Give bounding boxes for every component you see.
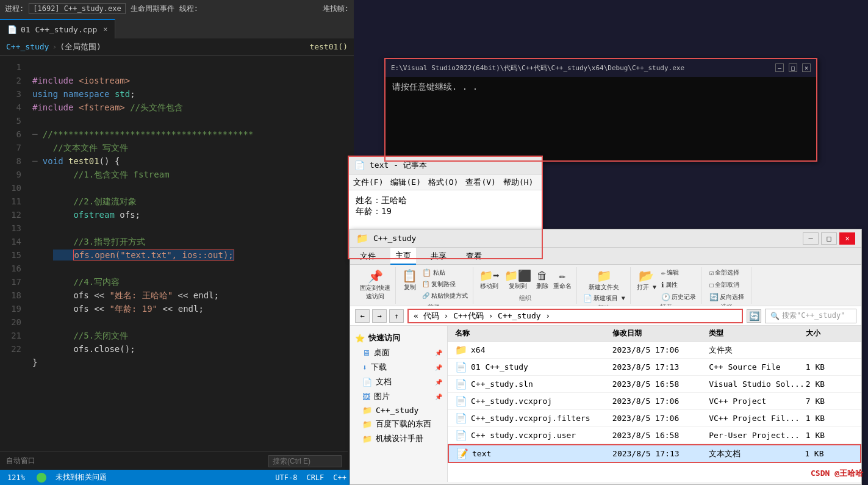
breadcrumb: C++_study › (全局范围) test01()	[0, 38, 354, 56]
file-type-x64: 文件夹	[709, 345, 806, 356]
file-size-01cpp: 1 KB	[806, 362, 854, 372]
sidebar-item-quickaccess[interactable]: ⭐ 快速访问	[350, 331, 447, 345]
cmd-minimize[interactable]: —	[775, 63, 784, 72]
documents-icon: 📄	[362, 378, 372, 387]
toolbar-paste-btn[interactable]: 📋粘贴	[421, 267, 469, 278]
toolbar-cut-btn[interactable]: ✂剪切	[421, 302, 469, 307]
code-area[interactable]: #include <iostream> using namespace std;…	[27, 56, 354, 470]
explorer-body: ⭐ 快速访问 🖥 桌面 📌 ⬇ 下载 📌 📄 文档 📌 🖼 图片 �	[350, 326, 861, 482]
notepad-menu-view[interactable]: 查看(V)	[465, 177, 495, 188]
toolbar-newfolder-btn[interactable]: 📁新建文件夹	[587, 267, 620, 293]
toolbar-selectall-btn[interactable]: ☑全部选择	[708, 267, 745, 278]
file-row-vcxproj[interactable]: 📄 C++_study.vcxproj 2023/8/5 17:06 VC++ …	[448, 393, 861, 410]
callstack-label: 堆找帧:	[323, 4, 349, 14]
sidebar-item-cppstudy[interactable]: 📁 C++_study	[350, 404, 447, 417]
sidebar-item-mechanical[interactable]: 📁 机械设计手册	[350, 431, 447, 446]
breadcrumb-sep1: ›	[52, 42, 57, 51]
ribbon-tab-file[interactable]: 文件	[355, 248, 381, 264]
toolbar-copypath-btn[interactable]: 📋复制路径	[421, 279, 469, 290]
notepad-menu-format[interactable]: 格式(O)	[428, 177, 458, 188]
toolbar-selectnone-btn[interactable]: ☐全部取消	[708, 279, 745, 290]
active-tab[interactable]: 📄 01 C++_study.cpp ×	[0, 19, 115, 38]
explorer-close[interactable]: ×	[839, 232, 855, 245]
file-row-01cpp[interactable]: 📄 01 C++_study 2023/8/5 17:13 C++ Source…	[448, 359, 861, 376]
explorer-ribbon: 文件 主页 共享 查看	[350, 248, 861, 265]
file-icon-sln: 📄	[455, 378, 467, 390]
notepad-icon: 📄	[354, 160, 365, 170]
toolbar-properties-btn[interactable]: ℹ属性	[660, 279, 697, 290]
toolbar-open-btn[interactable]: 📂打开 ▼	[636, 267, 658, 303]
baidu-icon: 📁	[362, 420, 372, 429]
cmd-close[interactable]: ×	[802, 63, 811, 72]
refresh-btn[interactable]: 🔄	[747, 309, 761, 323]
line-numbers: 12345 678910 1112131415 1617181920 2122	[0, 56, 27, 470]
explorer-minimize[interactable]: —	[803, 232, 819, 245]
cmd-maximize[interactable]: □	[789, 63, 797, 72]
explorer-title-text: C++_study	[373, 234, 416, 243]
file-type-user: Per-User Project...	[709, 431, 806, 440]
file-date-x64: 2023/8/5 17:06	[612, 345, 709, 354]
toolbar-history-btn[interactable]: 🕐历史记录	[660, 292, 697, 303]
sidebar-item-baidu[interactable]: 📁 百度下载的东西	[350, 417, 447, 431]
file-type-sln: Visual Studio Sol...	[709, 379, 806, 389]
breadcrumb-function: test01()	[309, 42, 348, 51]
file-name-user: C++ study.vcxproj.user	[471, 431, 576, 440]
cmd-titlebar: E:\Visual Studio2022(64bit)\代码\C++代码\C++…	[385, 59, 817, 77]
toolbar-newitem-btn[interactable]: 📄新建项目 ▼	[582, 293, 626, 304]
file-date-filters: 2023/8/5 17:06	[612, 414, 709, 423]
file-row-filters[interactable]: 📄 C++_study.vcxproj.filters 2023/8/5 17:…	[448, 410, 861, 427]
lifecycle-label: 生命周期事件	[131, 4, 174, 14]
file-name-x64: x64	[471, 345, 485, 354]
toolbar-group-quickaccess: 📌 固定到快速速访问	[355, 267, 396, 304]
code-editor[interactable]: 12345 678910 1112131415 1617181920 2122 …	[0, 56, 354, 470]
toolbar-shortcut-btn[interactable]: 🔗粘贴快捷方式	[421, 290, 469, 301]
toolbar-moveto-btn[interactable]: 📁➡移动到	[478, 268, 501, 292]
toolbar-invert-btn[interactable]: 🔄反向选择	[708, 292, 745, 303]
toolbar-copy-btn[interactable]: 📋 复制	[401, 267, 418, 293]
tab-filename: 01 C++_study.cpp	[21, 25, 97, 34]
thread-label: 线程:	[179, 4, 198, 14]
toolbar-group-select: ☑全部选择 ☐全部取消 🔄反向选择 选择	[703, 267, 751, 304]
cmd-line1: 请按任意键继续. . .	[392, 82, 809, 93]
toolbar-group-organize: 📁➡移动到 📁⬛复制到 🗑删除 ✏重命名 组织	[475, 267, 577, 304]
sidebar-item-pictures[interactable]: 🖼 图片 📌	[350, 389, 447, 404]
ribbon-tab-view[interactable]: 查看	[461, 248, 487, 264]
desktop-icon: 🖥	[362, 348, 370, 357]
notepad-menu-edit[interactable]: 编辑(E)	[390, 177, 420, 188]
nav-forward[interactable]: →	[372, 309, 387, 323]
file-name-filters: C++_study.vcxproj.filters	[471, 414, 590, 423]
ribbon-tab-share[interactable]: 共享	[426, 248, 451, 264]
toolbar-group-open: 📂打开 ▼ ✏编辑 ℹ属性 🕐历史记录 打开	[632, 267, 701, 304]
toolbar-rename-btn[interactable]: ✏重命名	[552, 268, 573, 292]
col-size: 大小	[806, 328, 854, 339]
explorer-maximize[interactable]: □	[821, 232, 837, 245]
toolbar-group-new: 📁新建文件夹 📄新建项目 ▼ 新建	[578, 267, 631, 304]
nav-back[interactable]: ←	[355, 309, 370, 323]
notepad-menu-file[interactable]: 文件(F)	[353, 177, 383, 188]
toolbar-copyto-btn[interactable]: 📁⬛复制到	[503, 268, 533, 292]
address-nav: ← → ↑	[355, 309, 404, 323]
tab-close-btn[interactable]: ×	[103, 25, 107, 34]
toolbar-quickaccess-btn[interactable]: 📌 固定到快速速访问	[359, 268, 392, 302]
file-row-sln[interactable]: 📄 C++_study.sln 2023/8/5 16:58 Visual St…	[448, 376, 861, 393]
search-input[interactable]	[268, 455, 342, 467]
toolbar-group-clipboard: 📋 复制 📋粘贴 📋复制路径 🔗粘贴快捷方式 ✂剪切	[397, 267, 473, 304]
ribbon-tab-home[interactable]: 主页	[390, 248, 416, 265]
address-path[interactable]: « 代码 › C++代码 › C++_study ›	[407, 309, 743, 323]
toolbar-edit-btn[interactable]: ✏编辑	[660, 267, 697, 278]
file-row-text[interactable]: 📝 text 2023/8/5 17:13 文本文档 1 KB	[448, 444, 861, 463]
toolbar-delete-btn[interactable]: 🗑删除	[535, 268, 550, 292]
quickaccess-icon: ⭐	[355, 334, 365, 343]
file-row-user[interactable]: 📄 C++ study.vcxproj.user 2023/8/5 16:58 …	[448, 427, 861, 444]
nav-up[interactable]: ↑	[389, 309, 404, 323]
file-row-x64[interactable]: 📁 x64 2023/8/5 17:06 文件夹	[448, 342, 861, 359]
file-type-vcxproj: VC++ Project	[709, 397, 806, 406]
search-box[interactable]: 🔍 搜索"C++_study"	[765, 309, 856, 323]
sidebar-item-downloads[interactable]: ⬇ 下载 📌	[350, 360, 447, 375]
status-bar: 121% 未找到相关问题 UTF-8 CRLF C++	[0, 470, 354, 485]
file-date-vcxproj: 2023/8/5 17:06	[612, 397, 709, 406]
sidebar-item-documents[interactable]: 📄 文档 📌	[350, 375, 447, 389]
explorer-controls: — □ ×	[803, 232, 855, 245]
notepad-menu-help[interactable]: 帮助(H)	[503, 177, 533, 188]
sidebar-item-desktop[interactable]: 🖥 桌面 📌	[350, 345, 447, 360]
